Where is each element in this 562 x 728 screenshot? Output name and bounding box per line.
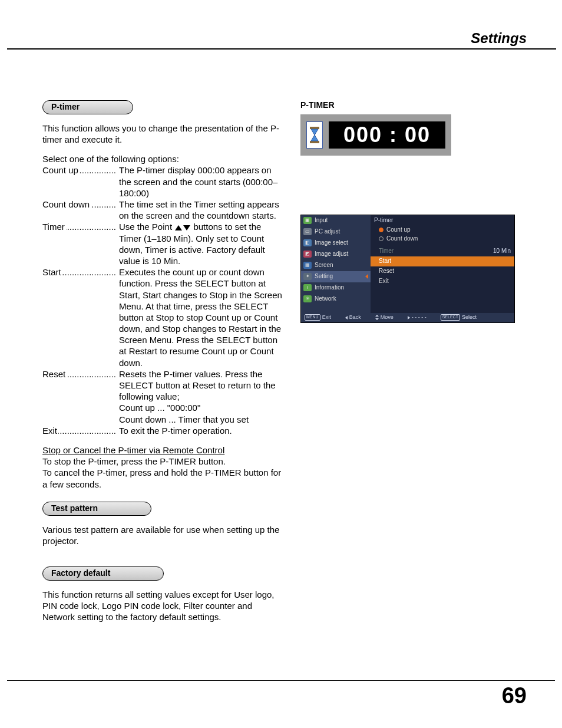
osd-right-panel: P-timer Count up Count down Timer10 Min … — [371, 215, 514, 313]
timer-readout: 000 : 00 — [329, 121, 445, 149]
def-count-down: ...............................Count dow… — [42, 199, 285, 221]
image-select-icon: ◧ — [303, 239, 312, 246]
triangle-up-icon — [175, 225, 182, 230]
menu-badge: MENU — [305, 314, 320, 321]
ptimer-display: 000 : 00 — [300, 114, 451, 156]
osd-menu: ▣Input ▭PC adjust ◧Image select ◩Image a… — [300, 215, 515, 323]
def-value: Executes the count up or count down func… — [119, 266, 285, 368]
header-rule — [7, 48, 556, 50]
def-start: ...............................Start Exe… — [42, 266, 285, 368]
def-timer: ...............................Timer Use… — [42, 221, 285, 266]
def-value: The time set in the Timer setting appear… — [119, 199, 285, 221]
triangle-down-icon — [183, 225, 190, 230]
term: Reset — [42, 369, 67, 379]
def-reset: ...............................Reset Res… — [42, 368, 285, 425]
page-section-title: Settings — [471, 29, 527, 48]
ptimer-pill: P-timer — [42, 100, 133, 114]
osd-nav-image-select[interactable]: ◧Image select — [301, 238, 371, 249]
osd-row-start[interactable]: Start — [371, 256, 514, 266]
factory-default-pill: Factory default — [42, 566, 164, 581]
osd-row-timer[interactable]: Timer10 Min — [371, 246, 514, 256]
radio-off-icon — [379, 236, 384, 241]
def-count-up: ...............................Count up … — [42, 164, 285, 199]
stop-cancel-body: To stop the P-timer, press the P-TIMER b… — [42, 456, 285, 490]
hourglass-icon — [306, 121, 323, 149]
triangle-right-icon — [408, 316, 410, 319]
osd-panel-title: P-timer — [371, 215, 514, 226]
screen-icon: ▦ — [303, 262, 312, 269]
monitor-icon: ▭ — [303, 228, 312, 235]
osd-foot-select: SELECTSelect — [441, 314, 477, 321]
triangle-left-icon — [345, 316, 348, 319]
right-column: P-TIMER 000 : 00 ▣Input ▭PC adjust — [300, 100, 527, 631]
select-badge: SELECT — [441, 314, 460, 321]
osd-nav-network[interactable]: ✳Network — [301, 294, 371, 305]
content-columns: P-timer This function allows you to chan… — [42, 100, 527, 631]
svg-rect-1 — [310, 141, 319, 143]
manual-page: Settings P-timer This function allows yo… — [0, 0, 562, 728]
ptimer-caption: P-TIMER — [300, 100, 527, 111]
def-exit: ...............................Exit To e… — [42, 425, 285, 436]
osd-footer: MENUExit Back Move - - - - - SELECTSelec… — [301, 313, 514, 322]
def-value: The P-timer display 000:00 appears on th… — [119, 164, 285, 199]
test-pattern-pill: Test pattern — [42, 502, 151, 516]
osd-foot-exit: MENUExit — [305, 314, 331, 321]
term: Start — [42, 267, 62, 277]
wrench-icon: ✦ — [303, 273, 312, 280]
osd-row-exit[interactable]: Exit — [371, 276, 514, 286]
osd-left-nav: ▣Input ▭PC adjust ◧Image select ◩Image a… — [301, 215, 371, 313]
osd-nav-information[interactable]: iInformation — [301, 282, 371, 294]
timer-pre: Use the Point — [119, 222, 174, 232]
radio-on-icon — [379, 228, 384, 232]
factory-default-body: This function returns all setting values… — [42, 589, 285, 623]
def-value: Use the Point buttons to set the Timer (… — [119, 221, 285, 266]
image-adjust-icon: ◩ — [303, 251, 312, 258]
osd-radio-count-down[interactable]: Count down — [371, 235, 514, 243]
ptimer-definitions: ...............................Count up … — [42, 164, 285, 436]
osd-row-reset[interactable]: Reset — [371, 266, 514, 276]
term: Count down — [42, 199, 91, 209]
left-column: P-timer This function allows you to chan… — [42, 100, 285, 631]
osd-nav-pc-adjust[interactable]: ▭PC adjust — [301, 226, 371, 238]
osd-foot-move: Move — [375, 314, 394, 321]
osd-nav-input[interactable]: ▣Input — [301, 215, 371, 226]
stop-cancel-heading: Stop or Cancel the P-timer via Remote Co… — [42, 444, 285, 456]
ptimer-intro: This function allows you to change the p… — [42, 123, 285, 145]
osd-radio-count-up[interactable]: Count up — [371, 226, 514, 235]
osd-nav-image-adjust[interactable]: ◩Image adjust — [301, 249, 371, 260]
network-icon: ✳ — [303, 295, 312, 302]
page-header: Settings — [42, 29, 527, 53]
term: Timer — [42, 222, 66, 232]
osd-nav-screen[interactable]: ▦Screen — [301, 260, 371, 271]
updown-icon — [375, 315, 379, 320]
page-number: 69 — [502, 681, 527, 710]
footer-rule — [7, 680, 555, 681]
info-icon: i — [303, 284, 312, 291]
test-pattern-body: Various test pattern are available for u… — [42, 524, 285, 546]
ptimer-select-line: Select one of the following options: — [42, 153, 285, 164]
term: Exit — [42, 426, 58, 436]
def-value: Resets the P-timer values. Press the SEL… — [119, 368, 285, 425]
svg-rect-0 — [310, 127, 319, 129]
osd-foot-back: Back — [345, 314, 361, 321]
def-value: To exit the P-timer operation. — [119, 425, 285, 436]
term: Count up — [42, 165, 80, 175]
osd-foot-dash: - - - - - — [408, 314, 427, 321]
osd-nav-setting[interactable]: ✦Setting — [301, 271, 371, 282]
input-icon: ▣ — [303, 217, 312, 224]
